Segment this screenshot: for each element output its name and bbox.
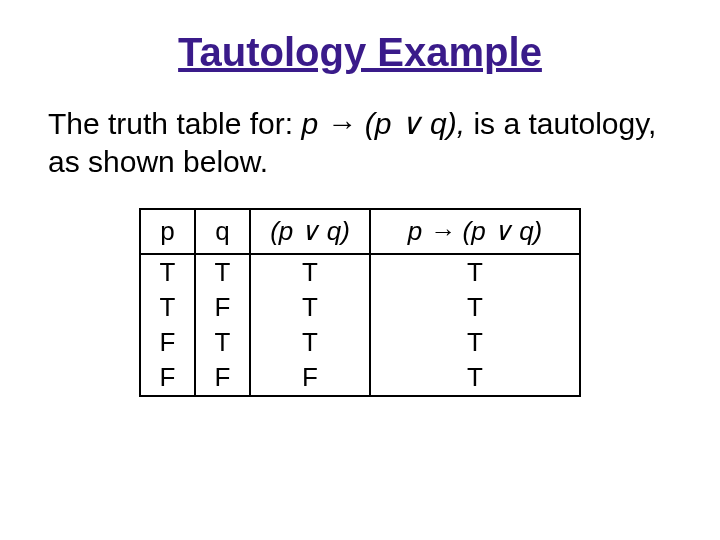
cell-imp: T — [370, 360, 580, 396]
cell-imp: T — [370, 254, 580, 290]
table-header-row: p q (p ∨ q) p → (p ∨ q) — [140, 209, 580, 254]
cell-imp: T — [370, 325, 580, 360]
desc-expr: p → (p ∨ q), — [301, 107, 465, 140]
table-row: T F T T — [140, 290, 580, 325]
desc-pre: The truth table for: — [48, 107, 301, 140]
cell-q: F — [195, 290, 250, 325]
col-header-p: p — [140, 209, 195, 254]
cell-imp: T — [370, 290, 580, 325]
cell-q: T — [195, 325, 250, 360]
truth-table-container: p q (p ∨ q) p → (p ∨ q) T T T T T F T T — [40, 208, 680, 397]
description: The truth table for: p → (p ∨ q), is a t… — [48, 105, 680, 180]
slide: Tautology Example The truth table for: p… — [0, 0, 720, 540]
table-row: T T T T — [140, 254, 580, 290]
cell-p: F — [140, 325, 195, 360]
cell-pvq: T — [250, 325, 370, 360]
cell-pvq: T — [250, 290, 370, 325]
col-header-imp: p → (p ∨ q) — [370, 209, 580, 254]
table-row: F F F T — [140, 360, 580, 396]
cell-pvq: F — [250, 360, 370, 396]
cell-pvq: T — [250, 254, 370, 290]
cell-p: T — [140, 290, 195, 325]
page-title: Tautology Example — [40, 30, 680, 75]
cell-p: F — [140, 360, 195, 396]
col-header-pvq: (p ∨ q) — [250, 209, 370, 254]
col-header-q: q — [195, 209, 250, 254]
cell-q: T — [195, 254, 250, 290]
cell-p: T — [140, 254, 195, 290]
truth-table: p q (p ∨ q) p → (p ∨ q) T T T T T F T T — [139, 208, 581, 397]
table-row: F T T T — [140, 325, 580, 360]
cell-q: F — [195, 360, 250, 396]
